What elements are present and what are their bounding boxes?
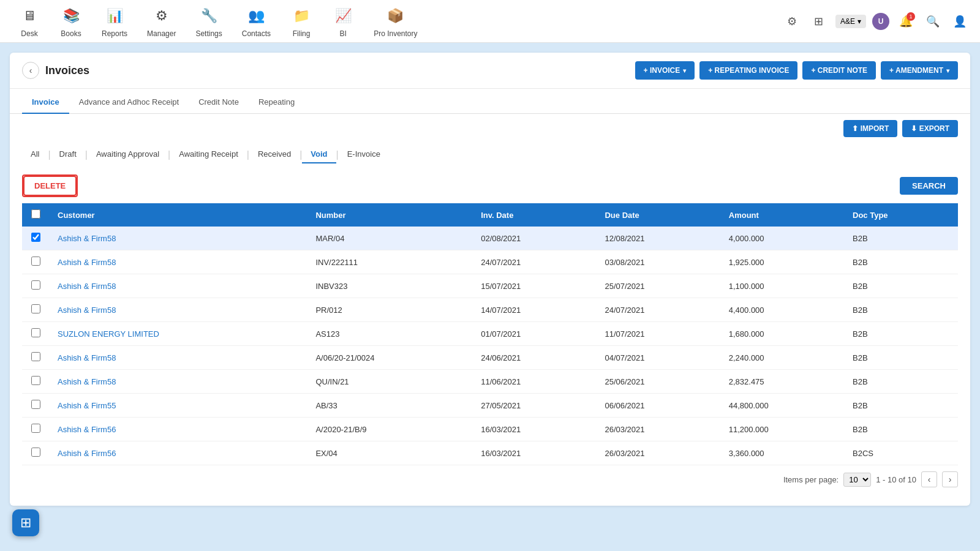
row-checkbox-0[interactable] — [31, 233, 40, 242]
customer-link-3[interactable]: Ashish & Firm58 — [58, 305, 116, 315]
row-customer-4[interactable]: SUZLON ENERGY LIMITED — [49, 322, 307, 346]
row-checkbox-5[interactable] — [31, 352, 40, 361]
row-checkbox-4[interactable] — [31, 328, 40, 337]
tab-credit-note[interactable]: Credit Note — [189, 91, 249, 114]
row-number-4: AS123 — [307, 322, 472, 346]
float-button[interactable]: ⊞ — [12, 509, 39, 515]
row-number-2: INBV323 — [307, 274, 472, 298]
filter-tab-awaiting-receipt[interactable]: Awaiting Receipt — [170, 146, 247, 163]
table-row: Ashish & Firm58INBV32315/07/202125/07/20… — [22, 274, 958, 298]
items-per-page-label: Items per page: — [783, 475, 839, 484]
filter-tab-draft[interactable]: Draft — [51, 146, 85, 163]
col-header-3: Inv. Date — [472, 203, 596, 227]
row-doc_type-3: B2B — [844, 298, 958, 322]
row-customer-1[interactable]: Ashish & Firm58 — [49, 250, 307, 274]
tab-invoice[interactable]: Invoice — [22, 91, 69, 114]
notification-icon[interactable]: 🔔 1 — [895, 11, 916, 32]
pagination-prev[interactable]: ‹ — [921, 471, 937, 487]
customer-link-2[interactable]: Ashish & Firm58 — [58, 282, 116, 291]
actions-row: DELETE SEARCH — [10, 170, 970, 203]
row-checkbox-2[interactable] — [31, 280, 40, 290]
select-all-checkbox[interactable] — [31, 209, 40, 219]
search-button[interactable]: SEARCH — [900, 177, 958, 195]
search-icon[interactable]: 🔍 — [922, 11, 943, 32]
row-customer-0[interactable]: Ashish & Firm58 — [49, 227, 307, 250]
delete-button[interactable]: DELETE — [23, 176, 77, 196]
row-checkbox-1[interactable] — [31, 257, 40, 266]
user-badge[interactable]: A&E ▾ — [835, 15, 866, 28]
row-inv_date-0: 02/08/2021 — [472, 227, 596, 250]
row-customer-7[interactable]: Ashish & Firm55 — [49, 394, 307, 418]
row-inv_date-1: 24/07/2021 — [472, 250, 596, 274]
customer-link-4[interactable]: SUZLON ENERGY LIMITED — [58, 329, 159, 339]
row-customer-5[interactable]: Ashish & Firm58 — [49, 346, 307, 370]
tabs-row: InvoiceAdvance and Adhoc ReceiptCredit N… — [10, 91, 970, 114]
tab-advance-adhoc[interactable]: Advance and Adhoc Receipt — [69, 91, 189, 114]
back-button[interactable]: ‹ — [22, 62, 39, 79]
row-checkbox-3[interactable] — [31, 304, 40, 313]
row-amount-8: 11,200.000 — [720, 418, 844, 441]
row-due_date-9: 26/03/2021 — [596, 441, 720, 465]
row-due_date-8: 26/03/2021 — [596, 418, 720, 441]
settings-icon[interactable]: ⚙ — [782, 11, 802, 32]
customer-link-9[interactable]: Ashish & Firm56 — [58, 449, 116, 458]
filter-tab-all[interactable]: All — [22, 146, 48, 163]
nav-item-bi[interactable]: 📈 BI — [323, 0, 363, 43]
items-per-page-select[interactable]: 10 25 50 — [843, 473, 871, 487]
repeating-invoice-button[interactable]: + REPEATING INVOICE — [699, 61, 797, 80]
nav-item-filing[interactable]: 📁 Filing — [282, 0, 321, 43]
nav-item-manager[interactable]: ⚙ Manager — [138, 0, 184, 43]
filter-tab-void[interactable]: Void — [302, 146, 336, 163]
credit-note-button[interactable]: + CREDIT NOTE — [802, 61, 876, 80]
import-button[interactable]: ⬆ IMPORT — [843, 120, 897, 137]
user-icon[interactable]: 👤 — [949, 11, 970, 32]
row-checkbox-6[interactable] — [31, 376, 40, 385]
nav-item-settings[interactable]: 🔧 Settings — [187, 0, 230, 43]
row-customer-6[interactable]: Ashish & Firm58 — [49, 370, 307, 394]
row-checkbox-8[interactable] — [31, 424, 40, 433]
row-checkbox-7[interactable] — [31, 400, 40, 409]
nav-item-books[interactable]: 📚 Books — [51, 0, 91, 43]
pagination-next[interactable]: › — [942, 471, 958, 487]
nav-label-filing: Filing — [293, 29, 311, 38]
export-button[interactable]: ⬇ EXPORT — [902, 120, 958, 137]
row-amount-2: 1,100.000 — [720, 274, 844, 298]
grid-icon[interactable]: ⊞ — [809, 11, 829, 32]
row-checkbox-9[interactable] — [31, 448, 40, 457]
nav-item-desk[interactable]: 🖥 Desk — [10, 0, 49, 43]
row-customer-2[interactable]: Ashish & Firm58 — [49, 274, 307, 298]
nav-item-pro-inventory[interactable]: 📦 Pro Inventory — [365, 0, 426, 43]
chevron-down-icon: ▾ — [858, 17, 861, 26]
invoice-button[interactable]: + INVOICE▾ — [635, 61, 695, 80]
filter-tab-e-invoice[interactable]: E-Invoice — [339, 146, 389, 163]
nav-item-reports[interactable]: 📊 Reports — [93, 0, 136, 43]
nav-label-bi: BI — [339, 29, 346, 38]
row-doc_type-9: B2CS — [844, 441, 958, 465]
customer-link-1[interactable]: Ashish & Firm58 — [58, 258, 116, 267]
amendment-button[interactable]: + AMENDMENT▾ — [881, 61, 958, 80]
row-due_date-7: 06/06/2021 — [596, 394, 720, 418]
customer-link-6[interactable]: Ashish & Firm58 — [58, 377, 116, 386]
caret-icon: ▾ — [683, 67, 686, 74]
customer-link-5[interactable]: Ashish & Firm58 — [58, 353, 116, 362]
pagination-range: 1 - 10 of 10 — [876, 475, 916, 484]
tab-repeating[interactable]: Repeating — [249, 91, 304, 114]
nav-item-contacts[interactable]: 👥 Contacts — [233, 0, 279, 43]
customer-link-7[interactable]: Ashish & Firm55 — [58, 401, 116, 410]
row-checkbox-cell-3 — [22, 298, 49, 322]
row-customer-9[interactable]: Ashish & Firm56 — [49, 441, 307, 465]
row-inv_date-6: 11/06/2021 — [472, 370, 596, 394]
filter-tab-awaiting-approval[interactable]: Awaiting Approval — [88, 146, 168, 163]
top-nav: 🖥 Desk 📚 Books 📊 Reports ⚙ Manager 🔧 Set… — [0, 0, 980, 43]
customer-link-8[interactable]: Ashish & Firm56 — [58, 425, 116, 434]
row-customer-8[interactable]: Ashish & Firm56 — [49, 418, 307, 441]
row-amount-3: 4,400.000 — [720, 298, 844, 322]
table-row: Ashish & Firm56EX/0416/03/202126/03/2021… — [22, 441, 958, 465]
avatar[interactable]: U — [872, 13, 889, 30]
customer-link-0[interactable]: Ashish & Firm58 — [58, 234, 116, 243]
row-number-5: A/06/20-21/0024 — [307, 346, 472, 370]
row-customer-3[interactable]: Ashish & Firm58 — [49, 298, 307, 322]
nav-label-reports: Reports — [102, 29, 127, 38]
row-doc_type-5: B2B — [844, 346, 958, 370]
filter-tab-received[interactable]: Received — [249, 146, 300, 163]
